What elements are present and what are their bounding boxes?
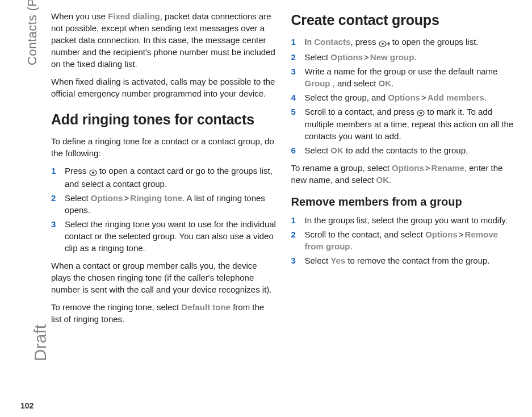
text: Select [305, 52, 331, 62]
text: Select [305, 145, 331, 155]
side-tab: Contacts (Phonebook) Draft 102 [5, 0, 44, 417]
term-options: Options [392, 163, 424, 173]
list-item: 3 Select Yes to remove the contact from … [291, 255, 517, 266]
draft-watermark: Draft [31, 324, 50, 361]
text: In [305, 37, 315, 47]
step-number: 2 [291, 228, 299, 252]
step-number: 5 [291, 106, 299, 143]
right-column: Create contact groups 1 In Contacts, pre… [291, 10, 517, 407]
text: to add the contacts to the group. [344, 145, 468, 155]
step-text: In the groups list, select the group you… [305, 214, 508, 226]
content-columns: When you use Fixed dialing, packet data … [51, 10, 516, 407]
center-key-icon [417, 106, 425, 118]
step-number: 2 [51, 192, 59, 216]
text: Select the group, and [305, 93, 388, 102]
term-group: Group [305, 78, 330, 88]
list-item: 2 Scroll to the contact, and select Opti… [291, 228, 517, 252]
text: . [350, 241, 353, 251]
term-default-tone: Default tone [181, 302, 231, 312]
step-text: Select Options>New group. [305, 51, 417, 63]
text: To rename a group, select [291, 163, 392, 173]
term-ok: OK [376, 175, 389, 185]
section-label: Contacts (Phonebook) [25, 0, 40, 65]
text: Scroll to a contact, and press [305, 107, 417, 116]
term-ok: OK [330, 145, 344, 155]
fixed-dialing-p1: When you use Fixed dialing, packet data … [51, 10, 277, 70]
step-number: 6 [291, 144, 299, 156]
ringing-intro: To define a ringing tone for a contact o… [51, 135, 277, 159]
term-yes: Yes [330, 256, 345, 265]
list-item: 6 Select OK to add the contacts to the g… [291, 144, 517, 156]
center-key-icon [89, 166, 97, 178]
remove-members-heading: Remove members from a group [291, 194, 517, 210]
term-ok: OK [379, 78, 392, 88]
step-number: 1 [51, 165, 59, 190]
text: Select [305, 256, 331, 265]
step-text: Scroll to a contact, and press to mark i… [305, 106, 517, 143]
step-text: Scroll to the contact, and select Option… [305, 228, 517, 252]
list-item: 5 Scroll to a contact, and press to mark… [291, 106, 517, 143]
list-item: 3 Select the ringing tone you want to us… [51, 218, 277, 254]
term-new-group: New group [370, 52, 414, 62]
term-options: Options [388, 93, 420, 102]
step-text: In Contacts, press to open the groups li… [305, 36, 479, 49]
create-groups-steps: 1 In Contacts, press to open the groups … [291, 36, 517, 156]
page-number: 102 [20, 401, 33, 410]
step-number: 3 [291, 255, 299, 266]
text: , and select [330, 78, 379, 88]
text: Select [65, 193, 91, 203]
text: Press [65, 166, 89, 176]
svg-point-1 [91, 172, 94, 174]
list-item: 1 In Contacts, press to open the groups … [291, 36, 517, 49]
ringing-p3: When a contact or group member calls you… [51, 260, 277, 295]
text: Scroll to the contact, and select [305, 230, 426, 239]
term-options: Options [330, 52, 363, 62]
list-item: 2 Select Options>New group. [291, 51, 517, 63]
text: Write a name for the group or use the de… [305, 66, 498, 76]
step-text: Select the ringing tone you want to use … [65, 218, 277, 254]
text: to open the groups list. [390, 37, 479, 47]
gt: > [363, 52, 370, 62]
text: to remove the contact from the group. [345, 256, 489, 265]
step-text: Write a name for the group or use the de… [305, 65, 517, 89]
gt: > [458, 230, 465, 239]
step-number: 1 [291, 214, 299, 226]
list-item: 1 In the groups list, select the group y… [291, 214, 517, 226]
term-add-members: Add members [428, 93, 484, 102]
add-ringing-tones-heading: Add ringing tones for contacts [51, 110, 277, 130]
list-item: 2 Select Options>Ringing tone. A list of… [51, 192, 277, 216]
gt: > [424, 163, 432, 173]
left-column: When you use Fixed dialing, packet data … [51, 10, 277, 407]
step-number: 3 [51, 218, 59, 254]
ringing-p4: To remove the ringing tone, select Defau… [51, 301, 277, 325]
svg-point-3 [382, 43, 384, 44]
step-number: 1 [291, 36, 299, 49]
text: , press [350, 37, 378, 47]
rename-group-p: To rename a group, select Options>Rename… [291, 162, 517, 186]
step-number: 2 [291, 51, 299, 63]
step-text: Select Yes to remove the contact from th… [305, 255, 490, 266]
svg-point-5 [420, 112, 422, 114]
manual-page: Contacts (Phonebook) Draft 102 When you … [0, 0, 532, 417]
text: . [414, 52, 416, 62]
step-text: Select the group, and Options>Add member… [305, 91, 487, 103]
term-rename: Rename [432, 163, 464, 173]
remove-members-steps: 1 In the groups list, select the group y… [291, 214, 517, 266]
gt: > [420, 93, 428, 102]
fixed-dialing-p2: When fixed dialing is activated, calls m… [51, 76, 277, 99]
step-text: Select OK to add the contacts to the gro… [305, 144, 468, 156]
text: . [391, 78, 393, 88]
gt: > [123, 193, 131, 203]
text: . [389, 175, 391, 185]
create-groups-heading: Create contact groups [291, 10, 517, 30]
term-fixed-dialing: Fixed dialing [108, 11, 160, 21]
step-number: 3 [291, 65, 299, 89]
step-text: Select Options>Ringing tone. A list of r… [65, 192, 277, 216]
term-options: Options [425, 230, 458, 239]
text: . [484, 93, 487, 102]
list-item: 4 Select the group, and Options>Add memb… [291, 91, 517, 103]
term-options: Options [91, 193, 123, 203]
term-ringing-tone: Ringing tone [130, 193, 182, 203]
term-contacts: Contacts [314, 37, 350, 47]
right-key-icon [379, 37, 390, 49]
